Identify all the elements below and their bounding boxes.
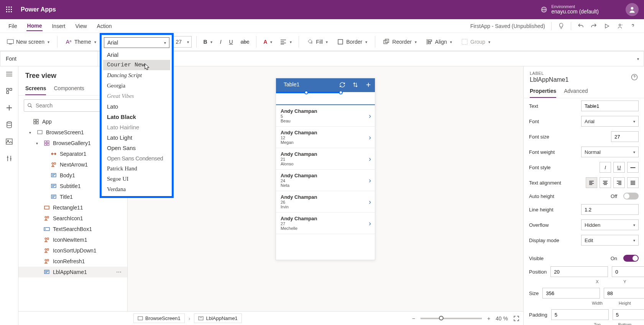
more-icon[interactable]: ⋯	[114, 269, 123, 275]
prop-fontsize-input[interactable]	[611, 131, 639, 142]
environment-picker[interactable]: Environment enayu.com (default)	[540, 4, 599, 15]
font-option[interactable]: Lato Light	[103, 132, 170, 143]
waffle-icon[interactable]	[5, 6, 13, 13]
border-button[interactable]: Border▾	[334, 38, 370, 45]
tree-item[interactable]: IconSortUpDown1	[18, 245, 127, 256]
chevron-down-icon[interactable]: ▾	[637, 57, 639, 61]
tree-item[interactable]: SearchIcon1	[18, 213, 127, 224]
font-color-button[interactable]: A▾	[261, 37, 274, 46]
tree-item[interactable]: IconRefresh1	[18, 256, 127, 267]
visible-toggle[interactable]	[623, 255, 639, 262]
reorder-button[interactable]: Reorder▾	[380, 38, 420, 45]
app-checker-icon[interactable]	[558, 23, 565, 30]
gallery-item[interactable]: Andy Champan24Neta›	[276, 170, 375, 191]
help-icon[interactable]	[629, 23, 636, 30]
fit-screen-icon[interactable]	[513, 315, 519, 322]
tab-properties[interactable]: Properties	[530, 85, 556, 98]
insert-icon[interactable]	[5, 104, 13, 112]
redo-icon[interactable]	[590, 23, 597, 30]
prop-y-input[interactable]	[612, 266, 644, 277]
prop-x-input[interactable]	[550, 266, 608, 277]
font-option[interactable]: Open Sans Condensed	[103, 153, 170, 163]
media-icon[interactable]	[5, 138, 13, 145]
tab-components[interactable]: Components	[54, 82, 84, 95]
tab-advanced[interactable]: Advanced	[564, 85, 588, 98]
font-size-select[interactable]: 27 ▾	[173, 36, 192, 48]
font-option[interactable]: Great Vibes	[103, 91, 170, 101]
font-option[interactable]: Verdana	[103, 184, 170, 195]
text-align-button[interactable]: ▾	[278, 37, 294, 47]
menu-insert[interactable]: Insert	[51, 21, 66, 31]
gallery-item[interactable]: Andy Champan26Irvin›	[276, 191, 375, 213]
prop-padbottom-input[interactable]	[613, 309, 644, 320]
advanced-tools-icon[interactable]	[5, 155, 13, 162]
font-dropdown-input[interactable]: Arial ▾	[104, 37, 169, 48]
zoom-slider[interactable]	[421, 318, 482, 319]
font-option[interactable]: Arial	[103, 49, 170, 60]
font-option[interactable]: Open Sans	[103, 143, 170, 153]
avatar[interactable]	[626, 3, 639, 16]
tree-view-icon[interactable]	[5, 87, 13, 95]
new-screen-button[interactable]: New screen▾	[4, 38, 53, 45]
italic-toggle[interactable]: I	[600, 162, 611, 173]
strikethrough-button[interactable]: abc	[238, 37, 252, 46]
font-option[interactable]: Patrick Hand	[103, 163, 170, 174]
prop-width-input[interactable]	[542, 288, 600, 299]
align-justify[interactable]	[627, 177, 639, 188]
prop-overflow-select[interactable]: Hidden▾	[581, 219, 639, 230]
tree-item[interactable]: IconNewItem1	[18, 234, 127, 245]
menu-action[interactable]: Action	[96, 21, 113, 31]
breadcrumb-screen[interactable]: BrowseScreen1	[133, 313, 185, 323]
zoom-out-icon[interactable]: −	[412, 315, 415, 322]
menu-file[interactable]: File	[8, 21, 18, 31]
align-button[interactable]: Align▾	[423, 38, 455, 45]
autoheight-toggle[interactable]	[623, 193, 639, 200]
font-option[interactable]: Lato Black	[103, 112, 170, 122]
undo-icon[interactable]	[577, 23, 584, 30]
breadcrumb-control[interactable]: LblAppName1	[194, 313, 242, 323]
italic-button[interactable]: I	[218, 37, 224, 46]
property-selector[interactable]: Font	[0, 51, 98, 66]
font-option[interactable]: Lato Hairline	[103, 122, 170, 132]
help-icon[interactable]	[631, 74, 638, 81]
prop-height-input[interactable]	[604, 288, 644, 299]
font-option[interactable]: Segoe UI	[103, 174, 170, 184]
font-option[interactable]: Georgia	[103, 81, 170, 91]
align-left[interactable]	[586, 177, 597, 188]
prop-displaymode-select[interactable]: Edit▾	[581, 235, 639, 246]
prop-fontweight-select[interactable]: Normal▾	[581, 147, 639, 157]
strike-toggle[interactable]: —	[627, 162, 639, 173]
zoom-in-icon[interactable]: +	[487, 315, 490, 322]
font-option[interactable]: Lato	[103, 101, 170, 112]
prop-lineheight-input[interactable]	[581, 204, 639, 215]
prop-font-select[interactable]: Arial▾	[581, 116, 639, 127]
refresh-icon[interactable]	[336, 78, 349, 91]
align-right[interactable]	[613, 177, 625, 188]
underline-toggle[interactable]: U	[613, 162, 625, 173]
app-title-label[interactable]: Table1	[284, 81, 299, 87]
tree-item[interactable]: TextSearchBox1	[18, 224, 127, 234]
font-option[interactable]: Courier New	[103, 60, 170, 70]
tree-item[interactable]: Rectangle11	[18, 202, 127, 213]
hamburger-icon[interactable]	[5, 70, 13, 78]
gallery-item[interactable]: Andy Champan27Mechelle›	[276, 213, 375, 234]
font-option[interactable]: Dancing Script	[103, 70, 170, 81]
gallery-item[interactable]: Andy Champan21Alonso›	[276, 148, 375, 170]
fill-button[interactable]: Fill▾	[304, 38, 331, 45]
prop-padtop-input[interactable]	[551, 309, 609, 320]
preview-icon[interactable]	[603, 23, 610, 30]
tree-item[interactable]: LblAppName1⋯	[18, 267, 127, 277]
bold-button[interactable]: B▾	[201, 37, 215, 46]
canvas[interactable]: Table1 🔍 Andy Champan5Beau›Andy Champan1…	[128, 66, 523, 325]
menu-home[interactable]: Home	[26, 21, 43, 31]
gallery-item[interactable]: Andy Champan5Beau›	[276, 105, 375, 127]
align-center[interactable]	[600, 177, 611, 188]
formula-input[interactable]: fx Font.Arial ▾	[98, 51, 644, 66]
add-icon[interactable]	[362, 78, 375, 91]
gallery-item[interactable]: Andy Champan12Megan›	[276, 127, 375, 148]
prop-text-input[interactable]	[581, 101, 639, 111]
theme-button[interactable]: Aᵃ Theme▾	[62, 38, 99, 45]
underline-button[interactable]: U	[227, 37, 235, 46]
sort-icon[interactable]	[349, 78, 362, 91]
menu-view[interactable]: View	[74, 21, 87, 31]
